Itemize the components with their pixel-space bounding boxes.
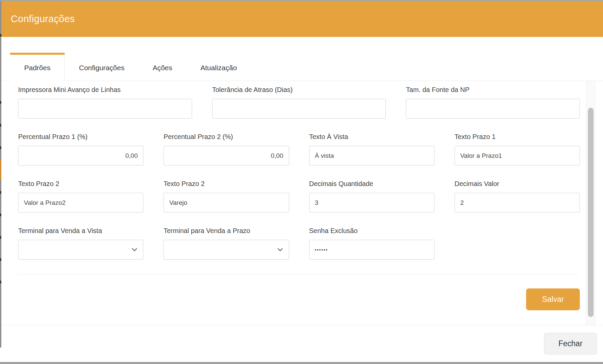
field-label: Percentual Prazo 1 (%) (18, 133, 143, 141)
impressora-mini-avanco-input[interactable] (18, 99, 192, 119)
texto-a-vista-input[interactable] (309, 146, 434, 166)
field-label: Percentual Prazo 2 (%) (164, 133, 289, 141)
field-label: Texto Prazo 2 (164, 180, 289, 188)
terminal-venda-vista-select[interactable] (18, 240, 143, 260)
dialog-title: Configurações (11, 13, 75, 25)
scrollbar-thumb[interactable] (588, 108, 594, 317)
texto-prazo-2-varejo-input[interactable] (164, 193, 289, 213)
field-label: Decimais Quantidade (309, 180, 434, 188)
field-tam-fonte-np: Tam. da Fonte da NP (406, 86, 580, 119)
field-texto-prazo-2: Texto Prazo 2 (18, 180, 143, 213)
tolerancia-atraso-input[interactable] (212, 99, 386, 119)
field-label: Terminal para Venda a Prazo (164, 227, 289, 235)
form-row: Percentual Prazo 1 (%) Percentual Prazo … (18, 133, 580, 166)
percentual-prazo-2-input[interactable] (164, 146, 289, 166)
texto-prazo-1-input[interactable] (455, 146, 580, 166)
field-percentual-prazo-1: Percentual Prazo 1 (%) (18, 133, 143, 166)
tab-acoes[interactable]: Ações (139, 53, 186, 81)
decimais-valor-input[interactable] (455, 193, 580, 213)
dialog-header: Configurações (1, 1, 603, 37)
field-label: Texto Prazo 2 (18, 180, 143, 188)
tab-label: Atualização (200, 64, 237, 72)
field-terminal-venda-prazo: Terminal para Venda a Prazo (164, 227, 289, 260)
tab-label: Configurações (79, 64, 124, 72)
field-decimais-quantidade: Decimais Quantidade (309, 180, 434, 213)
field-label: Texto Prazo 1 (455, 133, 580, 141)
field-label: Tam. da Fonte da NP (406, 86, 580, 94)
tab-label: Padrões (24, 64, 50, 72)
background-bottom-edge (0, 362, 603, 364)
field-label: Terminal para Venda a Vista (18, 227, 143, 235)
section-divider (18, 274, 580, 274)
percentual-prazo-1-input[interactable] (18, 146, 143, 166)
decimais-quantidade-input[interactable] (309, 193, 434, 213)
field-senha-exclusao: Senha Exclusão (309, 227, 434, 260)
field-label: Decimais Valor (455, 180, 580, 188)
field-label: Impressora Mini Avanço de Linhas (18, 86, 192, 94)
form-row: Terminal para Venda a Vista Terminal par… (18, 227, 580, 260)
field-label: Tolerância de Atraso (Dias) (212, 86, 386, 94)
form-row: Texto Prazo 2 Texto Prazo 2 Decimais Qua… (18, 180, 580, 213)
chevron-down-icon (132, 246, 137, 252)
field-label: Texto À Vista (309, 133, 434, 141)
texto-prazo-2-input[interactable] (18, 193, 143, 213)
field-decimais-valor: Decimais Valor (455, 180, 580, 213)
field-texto-prazo-1: Texto Prazo 1 (455, 133, 580, 166)
dialog-footer: Fechar (1, 325, 603, 362)
settings-dialog: Configurações Padrões Configurações Açõe… (1, 1, 603, 362)
field-texto-prazo-2-varejo: Texto Prazo 2 (164, 180, 289, 213)
save-button[interactable]: Salvar (526, 288, 580, 310)
tam-fonte-np-input[interactable] (406, 99, 580, 119)
terminal-venda-prazo-select[interactable] (164, 240, 289, 260)
field-tolerancia-atraso: Tolerância de Atraso (Dias) (212, 86, 386, 119)
field-label: Senha Exclusão (309, 227, 434, 235)
save-row: Salvar (18, 288, 580, 310)
tab-panel-padroes: Impressora Mini Avanço de Linhas Tolerân… (1, 81, 603, 325)
chevron-down-icon (277, 246, 283, 252)
close-button[interactable]: Fechar (544, 333, 597, 355)
field-texto-a-vista: Texto À Vista (309, 133, 434, 166)
tab-atualizacao[interactable]: Atualização (186, 53, 251, 81)
field-impressora-mini-avanco: Impressora Mini Avanço de Linhas (18, 86, 192, 119)
field-percentual-prazo-2: Percentual Prazo 2 (%) (164, 133, 289, 166)
empty-cell (455, 227, 580, 260)
tab-padroes[interactable]: Padrões (10, 53, 65, 81)
form-row: Impressora Mini Avanço de Linhas Tolerân… (18, 86, 580, 119)
tab-configuracoes[interactable]: Configurações (65, 53, 138, 81)
senha-exclusao-input[interactable] (309, 240, 434, 260)
field-terminal-venda-vista: Terminal para Venda a Vista (18, 227, 143, 260)
tab-bar: Padrões Configurações Ações Atualização (1, 53, 603, 81)
tab-label: Ações (153, 64, 172, 72)
